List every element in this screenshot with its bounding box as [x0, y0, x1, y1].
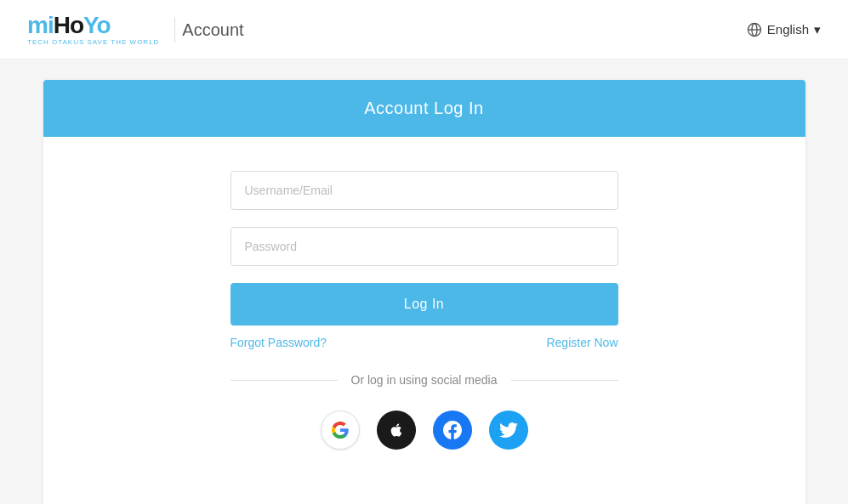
login-card: Account Log In Log In Forgot Password? R… — [43, 80, 805, 504]
twitter-login-button[interactable] — [489, 411, 528, 450]
logo-text: miHoYo — [27, 14, 159, 37]
divider-left — [230, 380, 338, 381]
apple-login-button[interactable] — [377, 411, 416, 450]
card-header-title: Account Log In — [62, 99, 787, 118]
social-icons — [321, 411, 528, 450]
card-header: Account Log In — [43, 80, 805, 137]
card-body: Log In Forgot Password? Register Now Or … — [43, 137, 805, 504]
login-button[interactable]: Log In — [230, 283, 618, 326]
links-row: Forgot Password? Register Now — [230, 336, 618, 349]
register-now-link[interactable]: Register Now — [546, 336, 618, 349]
logo: miHoYo TECH OTAKUS SAVE THE WORLD — [27, 14, 159, 46]
chevron-down-icon: ▾ — [814, 22, 821, 37]
facebook-icon — [443, 421, 462, 439]
language-label: English — [767, 22, 809, 37]
apple-icon — [388, 422, 405, 439]
globe-icon — [747, 22, 762, 37]
logo-ho: Ho — [54, 12, 83, 38]
social-divider-text: Or log in using social media — [351, 373, 498, 387]
logo-yo: Yo — [83, 12, 111, 38]
username-input[interactable] — [230, 171, 618, 210]
google-icon — [331, 421, 350, 439]
logo-mi: mi — [27, 12, 54, 38]
header: miHoYo TECH OTAKUS SAVE THE WORLD Accoun… — [0, 0, 848, 59]
header-account-label: Account — [174, 17, 243, 42]
facebook-login-button[interactable] — [433, 411, 472, 450]
logo-sub: TECH OTAKUS SAVE THE WORLD — [27, 39, 159, 46]
divider-right — [511, 380, 618, 381]
main-content: Account Log In Log In Forgot Password? R… — [0, 59, 848, 504]
twitter-icon — [499, 421, 518, 439]
language-selector[interactable]: English ▾ — [747, 22, 821, 37]
google-login-button[interactable] — [321, 411, 360, 450]
password-input[interactable] — [230, 227, 618, 266]
forgot-password-link[interactable]: Forgot Password? — [230, 336, 327, 349]
social-divider: Or log in using social media — [230, 373, 618, 387]
header-left: miHoYo TECH OTAKUS SAVE THE WORLD Accoun… — [27, 14, 244, 46]
